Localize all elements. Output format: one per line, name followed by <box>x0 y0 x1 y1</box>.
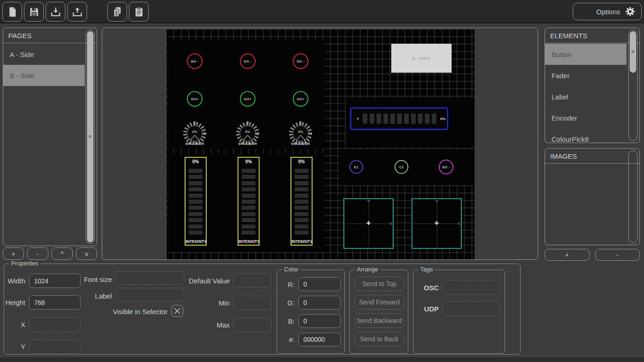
pages-scrollbar[interactable] <box>86 30 95 244</box>
canvas-xy-pad-widget[interactable]: + <box>412 198 462 249</box>
canvas-button-widget[interactable]: GO+ <box>293 91 308 107</box>
fader-segment <box>189 169 203 173</box>
canvas-horizontal-fader-widget[interactable]: T0% <box>350 108 448 130</box>
page-item-b-side[interactable]: B - Side <box>3 65 85 86</box>
canvas-encoder-widget[interactable]: 0%ENCODER <box>287 121 314 150</box>
fader-segment <box>295 194 308 198</box>
element-item-button[interactable]: Button <box>545 44 627 65</box>
canvas-area[interactable]: GO -GO -GO -GO+GO+GO+E1C2GO -0%ENCODER0%… <box>102 28 538 260</box>
pages-list: A - SideB - Side <box>3 44 85 246</box>
xy-pad-cursor[interactable]: + <box>435 218 439 228</box>
fader-label: INTENSITY <box>291 239 312 244</box>
fader-value: 0% <box>238 159 259 164</box>
export-button[interactable] <box>67 2 87 22</box>
images-panel-title: IMAGES <box>545 149 639 164</box>
label-label: Label <box>73 292 112 300</box>
scrollbar-grip-icon <box>632 50 634 53</box>
max-label: Max <box>184 321 230 329</box>
color-hex-input[interactable] <box>298 333 341 346</box>
fader-segment <box>404 114 409 124</box>
elements-scrollbar-thumb[interactable] <box>630 31 636 73</box>
canvas-encoder-widget[interactable]: 0%ENCODER <box>234 121 261 150</box>
fader-segment <box>295 200 308 204</box>
image-add-button[interactable]: + <box>545 249 590 261</box>
canvas-page[interactable]: GO -GO -GO -GO+GO+GO+E1C2GO -0%ENCODER0%… <box>166 29 475 259</box>
canvas-fader-widget[interactable]: 0%INTENSITY <box>238 157 260 246</box>
font-size-label: Font size <box>73 276 112 283</box>
send-to-back-button[interactable]: Send to Back <box>354 332 404 346</box>
visible-in-selector-label: Visible in Selector <box>78 308 168 316</box>
canvas-encoder-widget[interactable]: 0%ENCODER <box>181 121 208 150</box>
send-backward-button[interactable]: Send Backward <box>354 313 404 328</box>
osc-input[interactable] <box>442 280 500 295</box>
fader-segment <box>242 224 255 229</box>
udp-label: UDP <box>418 305 439 313</box>
max-input[interactable] <box>233 318 272 332</box>
fader-segment <box>295 230 308 235</box>
element-item-colourpick8[interactable]: ColourPick8 <box>545 128 627 143</box>
save-button[interactable] <box>24 2 44 22</box>
canvas-button-label: GO - <box>442 166 450 169</box>
color-g-input[interactable] <box>298 296 341 310</box>
canvas-button-widget[interactable]: GO+ <box>187 91 203 107</box>
canvas-button-widget[interactable]: GO - <box>439 160 453 174</box>
page-add-button[interactable]: + <box>3 247 24 260</box>
send-to-top-button[interactable]: Send to Top <box>354 276 404 291</box>
color-g-label: G: <box>281 299 295 307</box>
fader-segment <box>189 218 203 222</box>
new-file-button[interactable] <box>2 2 22 22</box>
canvas-button-widget[interactable]: C2 <box>395 160 408 174</box>
pages-scrollbar-thumb[interactable] <box>87 31 93 242</box>
canvas-button-widget[interactable]: GO - <box>240 53 255 69</box>
fader-segment <box>295 206 308 210</box>
page-item-a-side[interactable]: A - Side <box>3 44 85 65</box>
tags-legend: Tags <box>418 266 435 273</box>
page-remove-button[interactable]: - <box>27 247 48 260</box>
canvas-fader-widget[interactable]: 0%INTENSITY <box>290 157 313 246</box>
font-size-input[interactable] <box>115 271 184 285</box>
options-button-label: Options <box>596 8 620 16</box>
color-r-input[interactable] <box>298 277 341 291</box>
visible-in-selector-checkbox[interactable] <box>171 305 183 317</box>
canvas-button-widget[interactable]: GO+ <box>240 91 255 107</box>
elements-scrollbar[interactable] <box>628 30 638 141</box>
page-up-button[interactable]: ^ <box>52 247 73 260</box>
image-remove-button[interactable]: - <box>595 249 640 261</box>
x-input[interactable] <box>29 317 81 332</box>
label-input[interactable] <box>115 288 184 301</box>
canvas-label-widget[interactable]: B- SIDE <box>391 44 452 73</box>
xy-pad-axis-arrow-icon <box>389 222 392 225</box>
copy-button[interactable] <box>107 2 127 22</box>
udp-input[interactable] <box>442 301 500 316</box>
footer-bar <box>0 356 644 362</box>
fader-segment <box>189 224 203 229</box>
canvas-fader-widget[interactable]: 0%INTENSITY <box>185 157 207 246</box>
canvas-xy-pad-widget[interactable]: + <box>343 198 394 249</box>
fader-label: INTENSITY <box>238 239 259 244</box>
y-input[interactable] <box>29 339 81 354</box>
download-icon <box>50 6 62 18</box>
canvas-button-widget[interactable]: GO - <box>187 53 203 69</box>
canvas-button-widget[interactable]: E1 <box>349 160 363 174</box>
import-button[interactable] <box>46 2 65 22</box>
xy-pad-cursor[interactable]: + <box>366 218 371 228</box>
fader-segment <box>242 194 255 198</box>
canvas-button-widget[interactable]: GO - <box>293 53 308 69</box>
images-scrollbar[interactable] <box>628 150 638 243</box>
color-b-input[interactable] <box>298 314 341 328</box>
osc-label: OSC <box>418 284 439 292</box>
color-hex-label: #: <box>281 336 295 344</box>
element-item-fader[interactable]: Fader <box>545 65 627 86</box>
min-input[interactable] <box>233 296 272 310</box>
send-forward-button[interactable]: Send Forward <box>354 295 404 310</box>
fader-segments <box>363 114 437 124</box>
options-button[interactable]: Options <box>573 3 642 20</box>
page-down-button[interactable]: v <box>76 247 97 260</box>
canvas-button-label: GO+ <box>191 98 198 101</box>
fader-segment <box>242 218 255 222</box>
element-item-label[interactable]: Label <box>545 86 627 107</box>
fader-segment <box>397 114 402 124</box>
paste-button[interactable] <box>129 2 149 22</box>
default-value-input[interactable] <box>233 274 272 287</box>
element-item-encoder[interactable]: Encoder <box>545 107 627 128</box>
